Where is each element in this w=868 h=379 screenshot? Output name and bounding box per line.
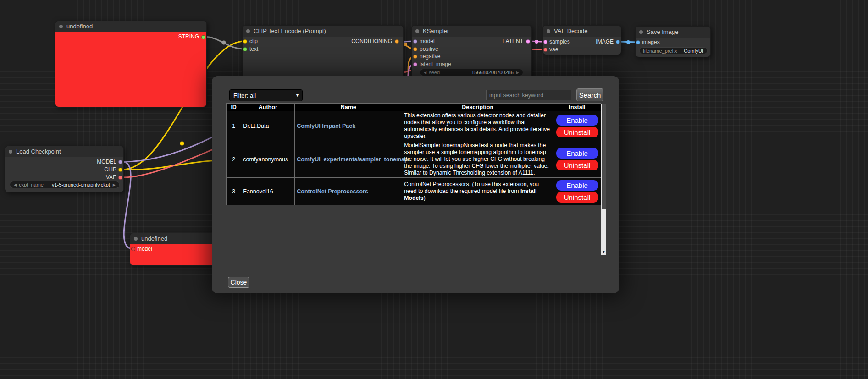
ext-name-link[interactable]: ComfyUI_experiments/sampler_tonemap xyxy=(297,156,408,163)
node-ksampler[interactable]: KSampler model positive negative latent_… xyxy=(411,25,532,78)
widget-value: v1-5-pruned-emaonly.ckpt xyxy=(50,182,111,187)
increment-arrow-icon[interactable]: ▶ xyxy=(515,71,520,75)
input-label: model xyxy=(137,246,152,252)
header-install: Install xyxy=(553,104,601,111)
ext-id: 3 xyxy=(227,178,241,205)
enable-button[interactable]: Enable xyxy=(556,148,598,159)
output-slot-image[interactable] xyxy=(616,40,620,44)
output-label: CLIP xyxy=(104,166,116,173)
table-row: 2 comfyanonymous ComfyUI_experiments/sam… xyxy=(227,141,601,178)
link-midpoint-dot xyxy=(535,40,538,44)
node-titlebar[interactable]: Load Checkpoint xyxy=(5,146,123,157)
widget-value: ComfyUI xyxy=(682,48,705,54)
table-header-row: ID Author Name Description Install xyxy=(227,104,601,111)
ext-id: 2 xyxy=(227,141,241,178)
output-slot-conditioning[interactable] xyxy=(395,39,399,44)
collapse-dot-icon[interactable] xyxy=(639,30,643,34)
seed-widget[interactable]: ◀ seed 156680208700286 ▶ xyxy=(420,69,523,76)
enable-button[interactable]: Enable xyxy=(556,180,598,191)
input-slot-negative[interactable] xyxy=(413,55,417,59)
output-slot-string[interactable] xyxy=(201,35,205,39)
scroll-down-arrow-icon[interactable]: ▼ xyxy=(601,249,606,255)
manager-dialog: Filter: all ▼ Search ID Author Name Desc… xyxy=(212,76,619,293)
decrement-arrow-icon[interactable]: ◀ xyxy=(12,183,18,187)
node-undefined-model[interactable]: undefined model xyxy=(130,233,215,266)
ext-description: ControlNet Preprocessors. (To use this e… xyxy=(402,178,553,205)
node-save-image[interactable]: Save Image images filename_prefix ComfyU… xyxy=(635,26,711,57)
collapse-dot-icon[interactable] xyxy=(59,25,63,28)
output-label: IMAGE xyxy=(596,38,614,45)
input-label: samples xyxy=(549,38,570,45)
enable-button[interactable]: Enable xyxy=(556,115,598,126)
node-title: undefined xyxy=(66,23,93,30)
input-label: negative xyxy=(420,53,440,60)
node-titlebar[interactable]: VAE Decode xyxy=(543,26,621,37)
increment-arrow-icon[interactable]: ▶ xyxy=(111,183,117,187)
widget-name: seed xyxy=(428,70,441,75)
node-titlebar[interactable]: undefined xyxy=(130,233,214,244)
uninstall-button[interactable]: Uninstall xyxy=(556,160,598,170)
input-label: text xyxy=(249,46,258,52)
input-slot-vae[interactable] xyxy=(543,48,547,52)
input-slot-images[interactable] xyxy=(636,40,640,44)
decrement-arrow-icon[interactable]: ◀ xyxy=(422,71,428,75)
header-id: ID xyxy=(227,104,241,111)
extensions-table: ID Author Name Description Install 1 Dr.… xyxy=(226,103,601,205)
header-name: Name xyxy=(295,104,402,111)
link-midpoint-dot xyxy=(404,43,407,46)
filter-select[interactable]: Filter: all xyxy=(229,89,303,101)
scrollbar-thumb[interactable] xyxy=(602,104,606,209)
input-label: model xyxy=(420,38,435,44)
input-label: positive xyxy=(420,46,438,52)
node-title: Load Checkpoint xyxy=(16,148,61,155)
output-slot-clip[interactable] xyxy=(118,168,122,172)
widget-name: filename_prefix xyxy=(642,48,678,54)
node-titlebar[interactable]: KSampler xyxy=(412,26,531,37)
output-label: VAE xyxy=(106,174,116,181)
table-scrollbar[interactable]: ▼ xyxy=(601,104,606,255)
uninstall-button[interactable]: Uninstall xyxy=(556,192,598,203)
node-titlebar[interactable]: undefined xyxy=(55,21,206,32)
ext-name-link[interactable]: ControlNet Preprocessors xyxy=(297,188,368,195)
input-slot-model[interactable] xyxy=(413,39,417,44)
node-titlebar[interactable]: CLIP Text Encode (Prompt) xyxy=(243,26,403,37)
input-slot-clip[interactable] xyxy=(243,39,247,44)
collapse-dot-icon[interactable] xyxy=(547,29,550,33)
output-slot-latent[interactable] xyxy=(526,39,530,44)
filename-prefix-widget[interactable]: filename_prefix ComfyUI xyxy=(639,47,708,54)
node-undefined-string[interactable]: undefined STRING xyxy=(55,21,207,107)
collapse-dot-icon[interactable] xyxy=(246,29,250,33)
output-slot-model[interactable] xyxy=(118,160,122,164)
header-description: Description xyxy=(402,104,553,111)
input-slot-text[interactable] xyxy=(243,47,247,51)
input-label: clip xyxy=(249,38,258,44)
output-slot-vae[interactable] xyxy=(118,176,122,180)
node-clip-text-encode[interactable]: CLIP Text Encode (Prompt) clip text COND… xyxy=(242,25,404,78)
output-label: MODEL xyxy=(97,159,116,165)
collapse-dot-icon[interactable] xyxy=(134,237,138,241)
uninstall-button[interactable]: Uninstall xyxy=(556,127,598,137)
link-midpoint-dot xyxy=(222,41,226,45)
widget-value: 156680208700286 xyxy=(470,70,515,75)
ext-name-link[interactable]: ComfyUI Impact Pack xyxy=(297,123,355,129)
ext-description: ModelSamplerTonemapNoiseTest a node that… xyxy=(402,141,553,178)
collapse-dot-icon[interactable] xyxy=(415,29,419,33)
header-author: Author xyxy=(241,104,295,111)
input-slot-model[interactable] xyxy=(131,247,135,251)
ckpt-name-widget[interactable]: ◀ ckpt_name v1-5-pruned-emaonly.ckpt ▶ xyxy=(10,181,120,188)
close-button[interactable]: Close xyxy=(228,277,249,288)
collapse-dot-icon[interactable] xyxy=(9,150,12,154)
search-button[interactable]: Search xyxy=(576,88,603,101)
input-slot-samples[interactable] xyxy=(543,40,547,44)
input-slot-latent-image[interactable] xyxy=(413,62,417,66)
node-load-checkpoint[interactable]: Load Checkpoint MODEL CLIP VAE ◀ ckpt_na… xyxy=(5,146,124,192)
ext-id: 1 xyxy=(227,111,241,141)
search-input[interactable] xyxy=(486,90,571,100)
widget-name: ckpt_name xyxy=(18,182,44,187)
input-slot-positive[interactable] xyxy=(413,47,417,51)
node-titlebar[interactable]: Save Image xyxy=(636,27,710,38)
node-vae-decode[interactable]: VAE Decode samples vae IMAGE xyxy=(542,25,621,55)
link-midpoint-dot xyxy=(180,142,184,146)
node-title: Save Image xyxy=(647,28,678,35)
output-label: STRING xyxy=(178,33,199,40)
